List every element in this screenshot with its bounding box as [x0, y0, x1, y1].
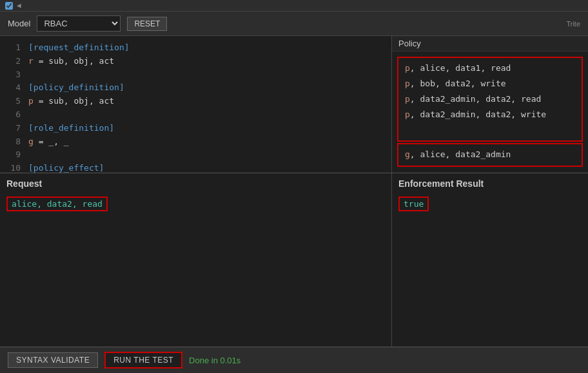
result-panel: Enforcement Result true — [392, 173, 588, 347]
code-line-2: 2 r = sub, obj, act — [0, 55, 391, 68]
request-header: Request — [0, 173, 391, 193]
model-label: Model — [8, 19, 30, 28]
code-token: [policy_effect] — [28, 163, 104, 173]
reset-button[interactable]: RESET — [127, 17, 167, 31]
request-panel: Request alice, data2, read — [0, 173, 392, 347]
code-token: [role_definition] — [28, 123, 114, 133]
policy-content: p, alice, data1, read p, bob, data2, wri… — [392, 52, 588, 172]
policy-line-2: p, bob, data2, write — [402, 76, 578, 91]
code-token: [request_definition] — [28, 43, 130, 52]
policy-line-1: p, alice, data1, read — [402, 61, 578, 76]
code-token: r — [28, 56, 34, 66]
trite-label: Trite — [566, 20, 580, 28]
policy-highlight-box: p, alice, data1, read p, bob, data2, wri… — [397, 57, 583, 142]
code-token: = _, _ — [34, 137, 69, 146]
done-text: Done in 0.01s — [189, 356, 240, 365]
code-token: p — [28, 96, 34, 106]
code-line-5: 5 p = sub, obj, act — [0, 95, 391, 108]
collapse-bar: ◀ — [0, 0, 588, 12]
syntax-validate-button[interactable]: SYNTAX VALIDATE — [8, 352, 98, 368]
code-line-8: 8 g = _, _ — [0, 135, 391, 149]
code-line-7: 7 [role_definition] — [0, 122, 391, 135]
code-token: = sub, obj, act — [34, 56, 114, 66]
model-code: 1 [request_definition] 2 r = sub, obj, a… — [0, 36, 391, 173]
request-content[interactable]: alice, data2, read — [0, 193, 391, 347]
model-editor[interactable]: 1 [request_definition] 2 r = sub, obj, a… — [0, 36, 392, 173]
model-select[interactable]: RBAC ACL ABAC RESTful — [37, 15, 121, 32]
policy-line-6: g, alice, data2_admin — [402, 147, 578, 162]
result-header: Enforcement Result — [392, 173, 588, 193]
run-test-button[interactable]: RUN THE TEST — [104, 352, 182, 368]
policy-header: Policy — [392, 36, 588, 52]
code-token: = sub, obj, act — [34, 96, 114, 106]
code-line-3: 3 — [0, 68, 391, 82]
collapse-checkbox[interactable] — [5, 2, 13, 10]
code-line-4: 4 [policy_definition] — [0, 81, 391, 95]
editor-area: 1 [request_definition] 2 r = sub, obj, a… — [0, 36, 588, 173]
collapse-arrow-icon[interactable]: ◀ — [17, 1, 21, 10]
policy-line-4: p, data2_admin, data2, write — [402, 107, 578, 122]
code-token: g — [28, 137, 34, 146]
result-content[interactable]: true — [392, 193, 588, 347]
result-value[interactable]: true — [398, 196, 429, 211]
policy-line-5 — [402, 122, 578, 138]
code-line-10: 10 [policy_effect] — [0, 162, 391, 173]
footer: SYNTAX VALIDATE RUN THE TEST Done in 0.0… — [0, 347, 588, 373]
code-line-6: 6 — [0, 108, 391, 122]
toolbar: Model RBAC ACL ABAC RESTful RESET Trite — [0, 12, 588, 36]
code-token: [policy_definition] — [28, 82, 124, 92]
request-value[interactable]: alice, data2, read — [6, 196, 108, 211]
policy-editor[interactable]: Policy p, alice, data1, read p, bob, dat… — [392, 36, 588, 173]
bottom-section: Request alice, data2, read Enforcement R… — [0, 173, 588, 347]
code-line-9: 9 — [0, 148, 391, 162]
code-line-1: 1 [request_definition] — [0, 41, 391, 55]
policy-line-3: p, data2_admin, data2, read — [402, 91, 578, 107]
policy-last-highlight-box: g, alice, data2_admin — [397, 143, 583, 166]
